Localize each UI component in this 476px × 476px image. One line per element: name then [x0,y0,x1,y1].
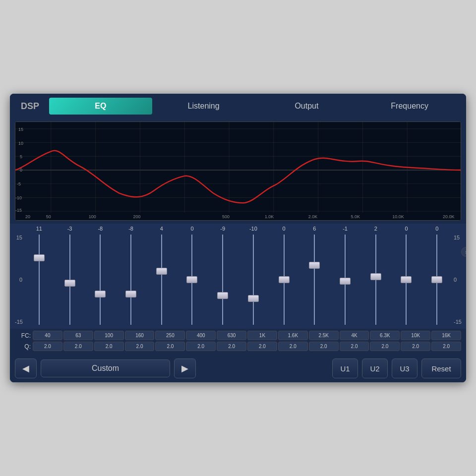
fader-handle-4[interactable] [156,268,167,275]
svg-text:-15: -15 [15,208,22,213]
svg-text:500: 500 [222,214,230,219]
q-cell-1[interactable]: 2.0 [63,342,93,351]
fader-handle-6[interactable] [217,292,228,299]
q-cell-6[interactable]: 2.0 [217,342,246,351]
q-cell-11[interactable]: 2.0 [370,342,400,351]
q-cell-0[interactable]: 2.0 [33,342,62,351]
q-label: Q: [15,343,31,350]
fader-track-2[interactable] [100,235,101,325]
fader-track-3[interactable] [130,235,131,325]
fader-track-10[interactable] [345,235,346,325]
q-cell-7[interactable]: 2.0 [247,342,277,351]
reset-button[interactable]: Reset [421,358,461,378]
q-cell-4[interactable]: 2.0 [155,342,185,351]
svg-text:10.0K: 10.0K [392,214,404,219]
q-cell-3[interactable]: 2.0 [125,342,155,351]
fader-col-11 [360,233,391,327]
q-cell-5[interactable]: 2.0 [186,342,216,351]
fader-col-1 [55,233,85,327]
fader-track-1[interactable] [69,235,70,325]
fc-cell-9[interactable]: 2.5K [309,331,339,340]
fc-cell-4[interactable]: 250 [155,331,185,340]
fc-cell-7[interactable]: 1K [247,331,277,340]
fader-handle-5[interactable] [186,276,197,283]
fader-col-7 [238,233,269,327]
fader-handle-1[interactable] [64,280,75,287]
fader-val-4: 4 [146,226,177,232]
next-button[interactable]: ▶ [174,358,196,378]
fader-track-9[interactable] [314,235,315,325]
eq-graph[interactable]: 15 10 5 0 -5 -10 -15 20 50 100 200 500 1… [15,121,461,221]
fc-cell-11[interactable]: 6.3K [370,331,400,340]
preset-label-button[interactable]: Custom [41,359,170,377]
prev-button[interactable]: ◀ [15,358,37,378]
fc-cell-3[interactable]: 160 [125,331,155,340]
fader-col-3 [116,233,146,327]
q-cell-2[interactable]: 2.0 [94,342,124,351]
fader-track-8[interactable] [284,235,285,325]
fc-cell-13[interactable]: 16K [431,331,461,340]
fc-cell-10[interactable]: 4K [340,331,369,340]
svg-text:1.0K: 1.0K [265,214,274,219]
fader-handle-2[interactable] [95,291,106,298]
u1-button[interactable]: U1 [332,358,358,378]
fc-cell-2[interactable]: 100 [94,331,124,340]
bottom-controls: ◀ Custom ▶ U1 U2 U3 Reset [10,355,466,382]
fc-cell-12[interactable]: 10K [401,331,430,340]
fader-track-6[interactable] [222,235,223,325]
svg-text:50: 50 [46,214,51,219]
svg-rect-0 [15,122,461,220]
q-cell-10[interactable]: 2.0 [340,342,369,351]
svg-text:15: 15 [18,127,23,132]
fader-handle-13[interactable] [431,276,442,283]
fc-cell-5[interactable]: 400 [186,331,216,340]
tab-frequency[interactable]: Frequency [358,98,461,115]
fader-col-6 [207,233,238,327]
fader-track-7[interactable] [253,235,254,325]
fader-handle-9[interactable] [309,262,320,269]
fader-handle-7[interactable] [248,295,259,302]
fader-handle-3[interactable] [125,291,136,298]
fader-val-11: 2 [360,226,391,232]
q-cell-12[interactable]: 2.0 [401,342,430,351]
svg-text:-5: -5 [17,181,21,186]
q-cell-13[interactable]: 2.0 [431,342,461,351]
fc-cell-1[interactable]: 63 [63,331,93,340]
tab-listening[interactable]: Listening [152,98,255,115]
svg-text:-10: -10 [15,195,22,200]
fc-cell-6[interactable]: 630 [217,331,246,340]
header: DSP EQ Listening Output Frequency [10,94,466,119]
fc-cell-0[interactable]: 40 [33,331,62,340]
fader-track-13[interactable] [436,235,437,325]
fader-col-13 [421,233,452,327]
faders-section: 11 -3 -8 -8 4 0 -9 -10 0 6 -1 2 0 0 15 [10,224,466,329]
fader-track-4[interactable] [161,235,162,325]
fader-scale-left: 15 0 -15 [15,233,24,327]
fader-handle-12[interactable] [401,276,412,283]
svg-text:2.0K: 2.0K [308,214,317,219]
fc-row: FC: 40 63 100 160 250 400 630 1K 1.6K 2.… [15,331,461,340]
tab-output[interactable]: Output [255,98,358,115]
dsp-label: DSP [15,98,45,115]
fader-track-0[interactable] [39,235,40,325]
fader-val-8: 0 [269,226,299,232]
u2-button[interactable]: U2 [362,358,388,378]
dsp-content: 15 10 5 0 -5 -10 -15 20 50 100 200 500 1… [10,121,466,382]
fader-val-12: 0 [391,226,422,232]
fader-col-0 [24,233,55,327]
q-cell-8[interactable]: 2.0 [278,342,308,351]
tab-eq[interactable]: EQ [49,98,152,115]
q-cell-9[interactable]: 2.0 [309,342,339,351]
fader-handle-0[interactable] [34,254,45,261]
fc-cell-8[interactable]: 1.6K [278,331,308,340]
u3-button[interactable]: U3 [392,358,417,378]
fader-val-6: -9 [207,226,238,232]
fader-handle-11[interactable] [370,273,381,280]
fader-handle-8[interactable] [279,276,290,283]
dsp-container: DSP EQ Listening Output Frequency [10,94,466,382]
fader-handle-10[interactable] [340,278,351,285]
fader-col-2 [85,233,116,327]
fader-track-12[interactable] [406,235,407,325]
fader-track-11[interactable] [375,235,376,325]
fader-track-5[interactable] [191,235,192,325]
